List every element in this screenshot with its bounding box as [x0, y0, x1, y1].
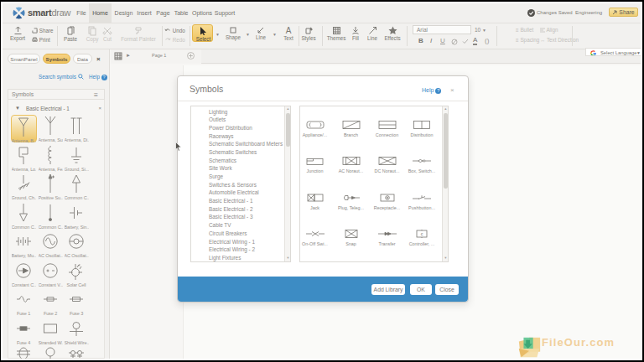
svg-text:c: c: [421, 231, 423, 236]
